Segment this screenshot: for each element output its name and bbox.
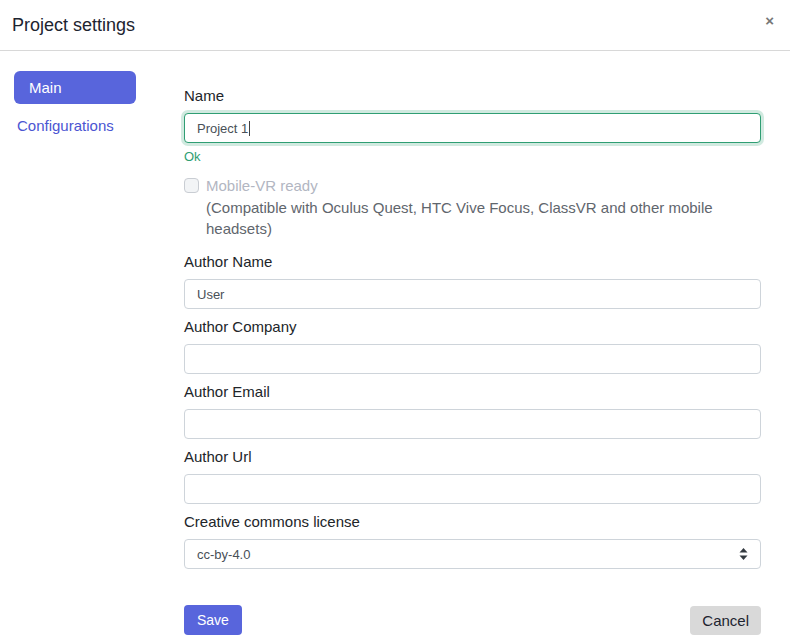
save-button[interactable]: Save [184,605,242,635]
modal-title: Project settings [12,15,778,36]
author-company-group: Author Company [184,318,761,374]
author-name-input[interactable] [184,279,761,309]
author-company-label: Author Company [184,318,761,336]
mobile-vr-label: Mobile-VR ready [206,177,318,194]
modal-footer: Save Cancel [184,605,761,644]
modal-body: Main Configurations Name Project 1 Ok Mo… [0,51,790,644]
author-email-label: Author Email [184,383,761,401]
license-label: Creative commons license [184,513,761,531]
cancel-button[interactable]: Cancel [690,606,761,635]
name-field-group: Name Project 1 Ok [184,87,761,164]
name-label: Name [184,87,761,105]
name-validation-message: Ok [184,149,761,164]
mobile-vr-group: Mobile-VR ready (Compatible with Oculus … [184,176,761,239]
sidebar-item-configurations[interactable]: Configurations [14,117,114,134]
text-cursor [249,121,250,136]
mobile-vr-row: Mobile-VR ready [184,176,761,195]
license-group: Creative commons license cc-by-4.0 [184,513,761,569]
select-arrows-icon [739,548,748,560]
author-name-group: Author Name [184,253,761,309]
name-input[interactable]: Project 1 [184,113,761,143]
license-select[interactable]: cc-by-4.0 [184,539,761,569]
settings-form: Name Project 1 Ok Mobile-VR ready (Compa… [184,71,761,644]
project-settings-modal: Project settings × Main Configurations N… [0,0,790,644]
close-icon[interactable]: × [765,13,774,28]
author-email-input[interactable] [184,409,761,439]
modal-header: Project settings × [0,0,790,51]
sidebar: Main Configurations [14,71,136,644]
mobile-vr-help-text: (Compatible with Oculus Quest, HTC Vive … [184,197,761,239]
mobile-vr-checkbox [184,178,199,193]
license-selected-value: cc-by-4.0 [197,547,250,562]
author-url-input[interactable] [184,474,761,504]
author-name-label: Author Name [184,253,761,271]
author-company-input[interactable] [184,344,761,374]
sidebar-item-main[interactable]: Main [14,71,136,104]
author-url-group: Author Url [184,448,761,504]
author-url-label: Author Url [184,448,761,466]
author-email-group: Author Email [184,383,761,439]
name-input-value: Project 1 [197,121,248,136]
